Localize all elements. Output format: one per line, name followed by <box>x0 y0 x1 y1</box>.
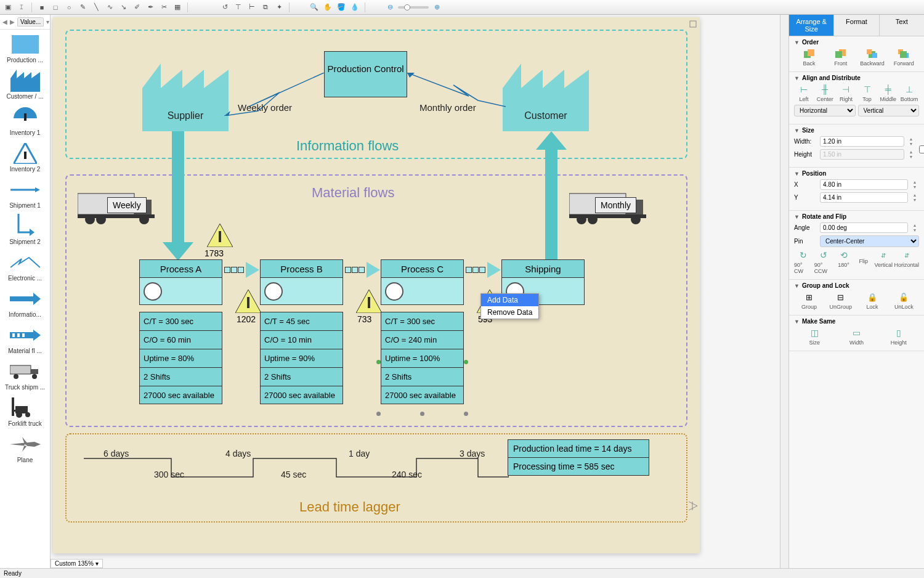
shape-electronic[interactable]: Electronic ... <box>2 250 47 282</box>
x-input[interactable] <box>820 179 908 190</box>
btn-rot-1[interactable]: ↺90° CCW <box>814 250 833 274</box>
shape-plane[interactable]: Plane <box>2 432 47 463</box>
back-icon[interactable]: ◀ <box>2 18 7 26</box>
text-cursor-icon[interactable]: 𝙸 <box>16 2 27 13</box>
process-process-c[interactable]: Process C <box>381 259 464 305</box>
rect-icon[interactable]: □ <box>50 2 61 13</box>
shape-inv2[interactable]: Inventory 2 <box>2 141 47 173</box>
customer-shape[interactable]: Customer <box>503 63 589 131</box>
zoom-display[interactable]: Custom 135% ▾ <box>51 559 103 568</box>
btn-size[interactable]: ◫Size <box>794 327 835 346</box>
fill-icon[interactable]: 🪣 <box>336 2 347 13</box>
height-input[interactable] <box>820 149 904 160</box>
btn-left[interactable]: ⊢Left <box>794 84 814 102</box>
zoom-in-icon[interactable]: ⊕ <box>431 2 442 13</box>
btn-ungroup[interactable]: ⊟UnGroup <box>825 291 856 310</box>
btn-bottom[interactable]: ⊥Bottom <box>899 84 919 102</box>
width-input[interactable] <box>820 136 904 147</box>
shape-inv1[interactable]: Inventory 1 <box>2 105 47 136</box>
align-vertical-select[interactable]: Vertical <box>858 105 920 116</box>
align-top-icon[interactable]: ⊤ <box>233 2 244 13</box>
hand-icon[interactable]: ✋ <box>322 2 333 13</box>
angle-input[interactable] <box>820 222 908 233</box>
inventory-triangle-1[interactable] <box>235 290 261 314</box>
btn-flip-1[interactable]: ⇵Horizontal <box>894 250 920 274</box>
btn-back[interactable]: Back <box>794 48 824 67</box>
btn-top[interactable]: ⊤Top <box>857 84 877 102</box>
table-icon[interactable]: ▦ <box>172 2 183 13</box>
canvas-area[interactable]: Information flows Material flows Lead ti… <box>51 15 780 568</box>
expand-icon[interactable]: ▾ <box>46 18 49 26</box>
btn-flip-0[interactable]: ⇵Vertical <box>874 250 893 274</box>
btn-backward[interactable]: Backward <box>857 48 888 67</box>
connector-icon[interactable]: ↘ <box>118 2 129 13</box>
btn-unlock[interactable]: 🔓UnLock <box>889 291 919 310</box>
eyedropper-icon[interactable]: 💧 <box>349 2 360 13</box>
tab-arrange[interactable]: Arrange & Size <box>789 15 834 36</box>
truck-monthly[interactable]: Monthly <box>569 189 649 226</box>
btn-middle[interactable]: ╪Middle <box>878 84 898 102</box>
shape-factory[interactable]: Customer / ... <box>2 68 47 100</box>
magnifier-icon[interactable]: 🔍 <box>309 2 320 13</box>
menu-add-data[interactable]: Add Data <box>481 294 538 306</box>
shape-mat-flow[interactable]: Material fl ... <box>2 323 47 354</box>
process-process-b[interactable]: Process B <box>260 259 343 305</box>
zoom-slider[interactable] <box>398 6 429 9</box>
y-input[interactable] <box>820 192 908 203</box>
cut-tool-icon[interactable]: ✂ <box>158 2 169 13</box>
canvas-side-handle[interactable] <box>689 502 697 510</box>
btn-forward[interactable]: Forward <box>889 48 919 67</box>
shape-forklift[interactable]: Forklift truck <box>2 396 47 427</box>
inventory-triangle-2[interactable] <box>356 290 382 314</box>
truck-weekly[interactable]: Weekly <box>78 189 158 226</box>
btn-lock[interactable]: 🔒Lock <box>857 291 888 310</box>
circle-icon[interactable]: ○ <box>63 2 75 13</box>
vertical-scrollbar[interactable] <box>780 15 788 568</box>
curve-icon[interactable]: ∿ <box>104 2 115 13</box>
process-c-data[interactable]: C/T = 300 secC/O = 240 minUptime = 100%2… <box>381 312 464 404</box>
cursor-icon[interactable]: ▣ <box>2 2 14 13</box>
btn-width[interactable]: ▭Width <box>836 327 877 346</box>
wand-icon[interactable]: ✦ <box>274 2 285 13</box>
btn-height[interactable]: ▯Height <box>878 327 919 346</box>
align-left-icon[interactable]: ⊢ <box>246 2 257 13</box>
btn-right[interactable]: ⊣Right <box>836 84 856 102</box>
rotate-ccw-icon[interactable]: ↺ <box>219 2 230 13</box>
tab-text[interactable]: Text <box>880 15 924 36</box>
line-icon[interactable]: ╲ <box>91 2 102 13</box>
copy-style-icon[interactable]: ⧉ <box>260 2 271 13</box>
forward-icon[interactable]: ▶ <box>10 18 15 26</box>
process-b-data[interactable]: C/T = 45 secC/O = 10 minUptime = 90%2 Sh… <box>260 312 343 404</box>
align-horizontal-select[interactable]: Horizontal <box>794 105 856 116</box>
library-tab[interactable]: Value... <box>17 17 44 26</box>
shape-truck[interactable]: Truck shipm ... <box>2 359 47 391</box>
btn-center[interactable]: ╫Center <box>815 84 835 102</box>
inventory-triangle-0[interactable] <box>207 224 233 248</box>
production-control-box[interactable]: Production Control <box>324 51 407 97</box>
highlighter-icon[interactable]: ✐ <box>131 2 142 13</box>
menu-remove-data[interactable]: Remove Data <box>481 306 538 319</box>
supplier-shape[interactable]: Supplier <box>142 63 229 131</box>
shape-ship2[interactable]: Shipment 2 <box>2 214 47 245</box>
btn-rot-2[interactable]: ⟲180° <box>834 250 853 274</box>
shape-production[interactable]: Production ... <box>2 32 47 63</box>
rect-fill-icon[interactable]: ■ <box>36 2 47 13</box>
btn-rot-0[interactable]: ↻90° CW <box>794 250 813 274</box>
shape-info-arrow[interactable]: Informatio... <box>2 287 47 318</box>
btn-front[interactable]: Front <box>825 48 856 67</box>
lead-summary[interactable]: Production lead time = 14 days Processin… <box>508 439 649 476</box>
process-a-data[interactable]: C/T = 300 secC/O = 60 minUptime = 80%2 S… <box>139 312 222 404</box>
pen-icon[interactable]: ✒ <box>145 2 156 13</box>
btn-group[interactable]: ⊞Group <box>794 291 824 310</box>
edit-icon[interactable]: ✎ <box>77 2 88 13</box>
svg-rect-7 <box>17 333 20 337</box>
svg-rect-31 <box>247 297 249 308</box>
tab-format[interactable]: Format <box>834 15 879 36</box>
shape-ship1[interactable]: Shipment 1 <box>2 177 47 209</box>
canvas-corner-handle[interactable] <box>689 20 697 28</box>
zoom-out-icon[interactable]: ⊖ <box>384 2 395 13</box>
lock-proportions[interactable]: Lock Proportions <box>919 136 924 162</box>
process-process-a[interactable]: Process A <box>139 259 222 305</box>
pin-select[interactable]: Center-Center <box>820 235 919 247</box>
diagram-canvas[interactable]: Information flows Material flows Lead ti… <box>53 17 700 553</box>
